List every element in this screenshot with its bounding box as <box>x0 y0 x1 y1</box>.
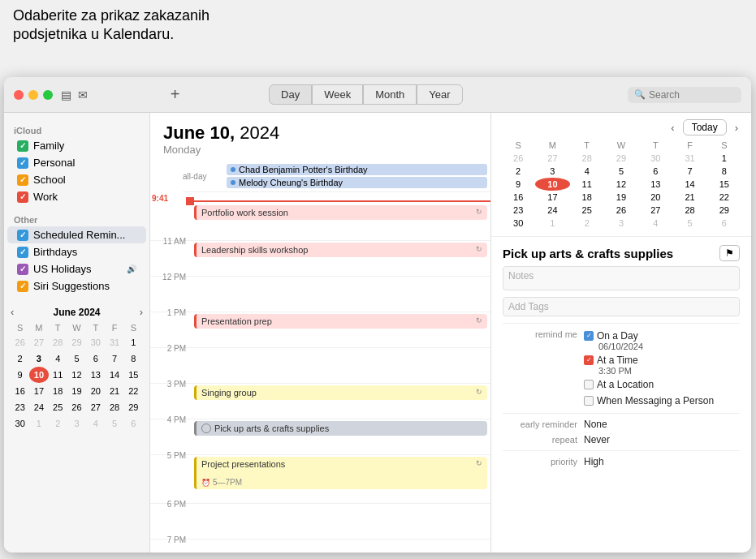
cal-day[interactable]: 8 <box>707 165 741 178</box>
cal-day[interactable]: 29 <box>707 204 741 217</box>
cal-day[interactable]: 26 <box>67 399 86 415</box>
siri-checkbox[interactable] <box>17 281 28 292</box>
portfolio-event[interactable]: Portfolio work session ↻ <box>194 205 487 220</box>
cal-day[interactable]: 25 <box>570 204 604 217</box>
cal-day[interactable]: 2 <box>501 165 535 178</box>
cal-day[interactable]: 2 <box>570 217 604 230</box>
close-button[interactable] <box>14 90 24 100</box>
sidebar-item-school[interactable]: School <box>7 171 146 188</box>
cal-day[interactable]: 16 <box>501 191 535 204</box>
cal-day[interactable]: 4 <box>86 415 105 432</box>
cal-day[interactable]: 29 <box>604 152 638 165</box>
sidebar-mini-cal-prev[interactable]: ‹ <box>11 306 14 318</box>
sidebar-mini-cal-next[interactable]: › <box>140 306 143 318</box>
right-mini-cal-prev[interactable]: ‹ <box>667 120 677 135</box>
cal-day[interactable]: 8 <box>124 350 143 367</box>
flag-button[interactable]: ⚑ <box>719 245 740 261</box>
cal-day[interactable]: 15 <box>124 367 143 383</box>
cal-day[interactable]: 16 <box>11 383 29 399</box>
sidebar-item-birthdays[interactable]: Birthdays <box>7 243 146 260</box>
search-input[interactable] <box>649 89 735 101</box>
event-leadership[interactable]: Leadership skills workshop ↻ <box>194 243 487 257</box>
cal-day[interactable]: 28 <box>49 334 67 350</box>
sidebar-item-us-holidays[interactable]: US Holidays 🔊 <box>7 260 146 277</box>
cal-day[interactable]: 24 <box>535 204 569 217</box>
cal-day[interactable]: 20 <box>638 191 672 204</box>
cal-day[interactable]: 26 <box>604 204 638 217</box>
birthdays-checkbox[interactable] <box>17 247 28 258</box>
when-messaging-checkbox[interactable] <box>584 396 594 406</box>
allday-event-melody[interactable]: Melody Cheung's Birthday <box>227 177 487 188</box>
cal-day[interactable]: 29 <box>67 334 86 350</box>
event-block-portfolio[interactable]: Portfolio work session ↻ <box>194 205 487 220</box>
cal-day[interactable]: 2 <box>11 350 29 367</box>
minimize-button[interactable] <box>28 90 38 100</box>
cal-day[interactable]: 1 <box>535 217 569 230</box>
cal-day[interactable]: 2 <box>49 415 67 432</box>
cal-day[interactable]: 27 <box>86 399 105 415</box>
event-pickup[interactable]: Pick up arts & crafts supplies <box>194 421 487 436</box>
cal-day[interactable]: 1 <box>124 334 143 350</box>
allday-event-chad[interactable]: Chad Benjamin Potter's Birthday <box>227 164 487 175</box>
scheduled-checkbox[interactable] <box>17 230 28 241</box>
cal-day[interactable]: 6 <box>86 350 105 367</box>
cal-day[interactable]: 26 <box>501 152 535 165</box>
cal-day[interactable]: 12 <box>604 178 638 191</box>
cal-day[interactable]: 1 <box>707 152 741 165</box>
cal-day[interactable]: 28 <box>105 399 123 415</box>
cal-day[interactable]: 3 <box>604 217 638 230</box>
cal-day[interactable]: 6 <box>638 165 672 178</box>
cal-day[interactable]: 18 <box>49 383 67 399</box>
cal-day[interactable]: 12 <box>67 367 86 383</box>
cal-day[interactable]: 6 <box>707 217 741 230</box>
sidebar-item-work[interactable]: Work <box>7 188 146 205</box>
cal-day[interactable]: 22 <box>707 191 741 204</box>
cal-day[interactable]: 22 <box>124 383 143 399</box>
sidebar-item-scheduled-reminders[interactable]: Scheduled Remin... <box>7 226 146 243</box>
at-a-time-checkbox[interactable] <box>584 355 594 365</box>
cal-day[interactable]: 31 <box>672 152 706 165</box>
inbox-icon[interactable]: ✉ <box>78 88 88 101</box>
sidebar-item-siri[interactable]: Siri Suggestions <box>7 277 146 295</box>
cal-day[interactable]: 30 <box>86 334 105 350</box>
cal-day[interactable]: 30 <box>501 217 535 230</box>
cal-day[interactable]: 14 <box>672 178 706 191</box>
event-singing[interactable]: Singing group ↻ <box>194 385 487 400</box>
cal-day[interactable]: 3 <box>29 350 48 367</box>
sidebar-item-family[interactable]: Family <box>7 137 146 154</box>
cal-day[interactable]: 20 <box>86 383 105 399</box>
cal-day[interactable]: 1 <box>29 415 48 432</box>
event-project[interactable]: Project presentations ↻ ⏰ 5—7PM <box>194 457 487 489</box>
cal-day[interactable]: 13 <box>86 367 105 383</box>
cal-day[interactable]: 25 <box>49 399 67 415</box>
cal-day[interactable]: 6 <box>124 415 143 432</box>
cal-day[interactable]: 23 <box>501 204 535 217</box>
cal-day[interactable]: 30 <box>11 415 29 432</box>
cal-day-today[interactable]: 10 <box>535 178 569 191</box>
cal-day[interactable]: 4 <box>49 350 67 367</box>
cal-day[interactable]: 28 <box>672 204 706 217</box>
family-checkbox[interactable] <box>17 140 28 152</box>
cal-day[interactable]: 3 <box>67 415 86 432</box>
cal-day[interactable]: 5 <box>604 165 638 178</box>
cal-day[interactable]: 5 <box>67 350 86 367</box>
cal-day[interactable]: 27 <box>535 152 569 165</box>
sidebar-item-personal[interactable]: Personal <box>7 154 146 171</box>
cal-day[interactable]: 11 <box>570 178 604 191</box>
at-a-location-checkbox[interactable] <box>584 380 594 389</box>
cal-day[interactable]: 27 <box>638 204 672 217</box>
cal-day[interactable]: 15 <box>707 178 741 191</box>
on-a-day-checkbox[interactable] <box>584 331 594 341</box>
reminder-notes-box[interactable]: Notes <box>503 266 740 290</box>
cal-day[interactable]: 9 <box>11 367 29 383</box>
cal-day[interactable]: 23 <box>11 399 29 415</box>
cal-day[interactable]: 5 <box>105 415 123 432</box>
cal-day[interactable]: 31 <box>105 334 123 350</box>
personal-checkbox[interactable] <box>17 157 28 169</box>
reminder-tags-box[interactable]: Add Tags <box>503 297 740 316</box>
cal-day[interactable]: 3 <box>535 165 569 178</box>
sidebar-icon[interactable]: ▤ <box>61 88 71 101</box>
cal-day[interactable]: 28 <box>570 152 604 165</box>
add-event-button[interactable]: + <box>171 85 180 104</box>
event-presentation[interactable]: Presentation prep ↻ <box>194 314 487 329</box>
